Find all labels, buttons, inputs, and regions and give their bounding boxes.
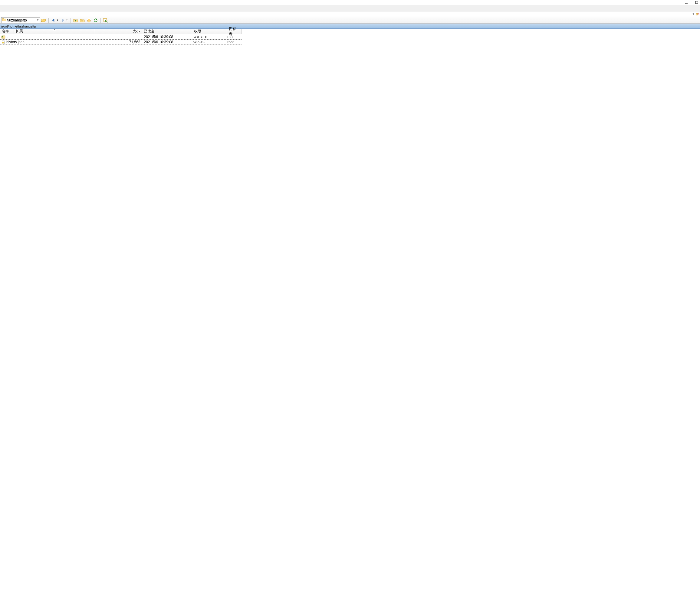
path-text: /root/home/taizhangsftp [1, 25, 36, 28]
svg-rect-7 [104, 18, 107, 19]
address-dropdown-icon[interactable]: ▼ [37, 19, 39, 22]
toolbar: taizhangsftp ▼ ▼ ▼ [0, 17, 700, 24]
refresh-button[interactable] [92, 17, 99, 23]
window-titlebar [0, 0, 700, 5]
disconnect-icon[interactable] [696, 12, 699, 16]
maximize-button[interactable] [695, 0, 699, 5]
file-permissions: rwxr-xr-x [192, 35, 226, 39]
toolbar-separator [48, 18, 49, 23]
column-size[interactable]: 大小 [95, 29, 142, 34]
address-combo[interactable]: taizhangsftp ▼ [1, 17, 40, 23]
column-changed[interactable]: 已改变 [142, 29, 192, 34]
svg-rect-10 [2, 36, 5, 38]
file-name: .. [6, 35, 95, 39]
menu-area [0, 5, 700, 11]
path-bar[interactable]: /root/home/taizhangsftp [0, 24, 700, 29]
file-owner: root [226, 40, 241, 44]
panel-control-strip: ▼ [0, 11, 700, 17]
toolbar-separator [71, 18, 71, 23]
file-name: history.json [6, 40, 95, 44]
file-row-parent[interactable]: .. 2021/5/6 10:39:08 rwxr-xr-x root [0, 34, 242, 39]
back-dropdown-icon[interactable]: ▼ [56, 19, 59, 22]
column-permissions[interactable]: 权限 [192, 29, 227, 34]
home-button[interactable] [86, 17, 92, 23]
svg-rect-1 [695, 1, 698, 4]
folder-up-icon [1, 35, 5, 39]
file-size: 71,563 [95, 40, 142, 44]
forward-dropdown-icon[interactable]: ▼ [66, 19, 68, 22]
address-text: taizhangsftp [7, 18, 36, 23]
svg-line-9 [107, 22, 108, 23]
file-list-header: 名字 扩展 大小 已改变 权限 拥有者 [0, 29, 242, 34]
file-changed: 2021/5/6 10:39:08 [142, 40, 192, 44]
svg-rect-2 [696, 13, 698, 15]
forward-button[interactable]: ▼ [60, 17, 69, 23]
file-list: 名字 扩展 大小 已改变 权限 拥有者 .. 2021/5/6 10:39:08… [0, 29, 242, 44]
toolbar-separator [101, 18, 101, 23]
minimize-button[interactable] [684, 0, 689, 5]
back-button[interactable]: ▼ [50, 17, 59, 23]
file-changed: 2021/5/6 10:39:08 [142, 35, 192, 39]
svg-rect-5 [89, 21, 89, 22]
root-folder-button[interactable] [79, 17, 85, 23]
file-json-icon [1, 40, 5, 44]
find-files-button[interactable] [103, 17, 109, 23]
open-folder-button[interactable] [41, 17, 47, 23]
file-row[interactable]: history.json 71,563 2021/5/6 10:39:08 rw… [0, 39, 242, 44]
file-permissions: rw-r--r-- [192, 40, 226, 44]
folder-icon [2, 17, 6, 23]
column-owner[interactable]: 拥有者 [227, 29, 241, 34]
column-name[interactable]: 名字 [0, 29, 14, 34]
parent-folder-button[interactable] [73, 17, 79, 23]
panel-dropdown-icon[interactable]: ▼ [692, 13, 695, 15]
column-ext[interactable]: 扩展 [14, 29, 95, 34]
svg-rect-11 [2, 42, 4, 43]
